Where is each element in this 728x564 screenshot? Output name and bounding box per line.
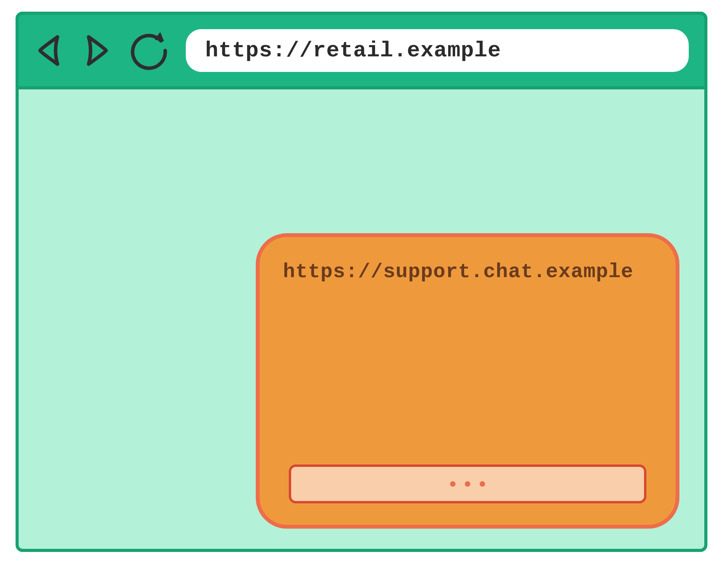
forward-icon[interactable] [81, 31, 112, 70]
url-bar[interactable]: https://retail.example [186, 29, 689, 72]
chat-widget: https://support.chat.example [256, 233, 679, 529]
reload-icon[interactable] [127, 29, 170, 72]
url-text: https://retail.example [205, 38, 501, 63]
page-content: https://support.chat.example [19, 89, 704, 549]
typing-indicator-icon [450, 481, 485, 487]
chat-widget-url: https://support.chat.example [283, 260, 656, 283]
nav-icon-group [34, 29, 170, 72]
browser-window: https://retail.example https://support.c… [16, 12, 707, 552]
back-icon[interactable] [34, 31, 65, 70]
browser-toolbar: https://retail.example [16, 12, 707, 89]
chat-input[interactable] [289, 464, 646, 503]
